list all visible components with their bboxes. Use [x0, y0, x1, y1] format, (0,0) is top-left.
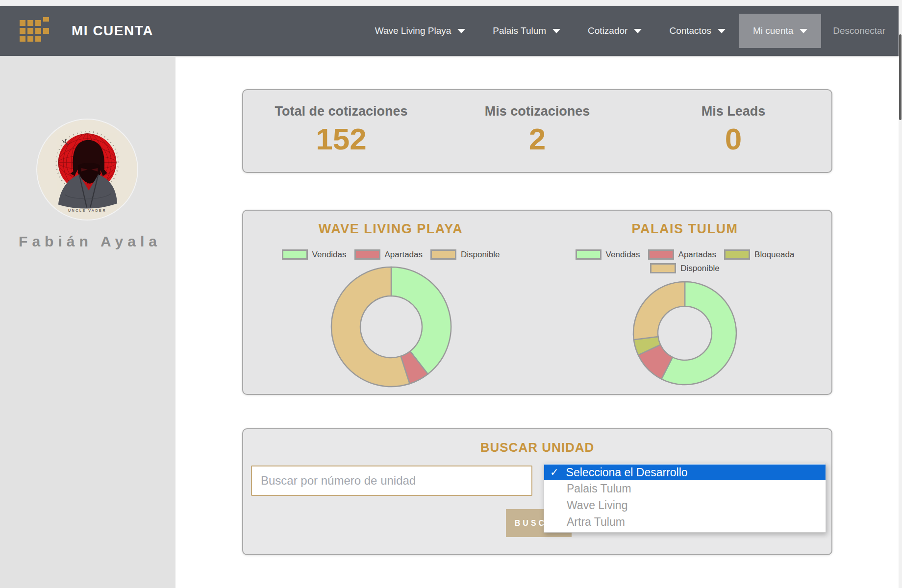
top-navbar: MI CUENTA Wave Living PlayaPalais TulumC…	[0, 6, 902, 56]
donut-slice-disponible	[633, 282, 685, 340]
donut-chart	[243, 211, 538, 394]
nav-item-label: Palais Tulum	[493, 25, 546, 36]
stat-label: Mis Leads	[635, 104, 831, 119]
search-unit-card: BUSCAR UNIDAD BUSCAR ✓Selecciona el Desa…	[242, 428, 832, 555]
stat-label: Mis cotizaciones	[439, 104, 635, 119]
nav-item-wave-living-playa[interactable]: Wave Living Playa	[361, 14, 479, 48]
nav-item-label: Cotizador	[588, 25, 627, 36]
chevron-down-icon	[634, 29, 642, 33]
dropdown-option-label: Palais Tulum	[567, 482, 631, 495]
app-title: MI CUENTA	[72, 23, 153, 39]
stats-card: Total de cotizaciones152Mis cotizaciones…	[242, 89, 832, 173]
avatar-illustration: UNCLE VADER	[37, 120, 137, 220]
charts-card: WAVE LIVING PLAYA VendidasApartadasDispo…	[242, 210, 832, 395]
avatar-caption: UNCLE VADER	[68, 209, 106, 213]
app-logo-grid-icon	[20, 20, 49, 42]
nav-item-contactos[interactable]: Contactos	[655, 14, 739, 48]
stat-total-de-cotizaciones: Total de cotizaciones152	[243, 90, 439, 172]
chart-wave-living-playa: WAVE LIVING PLAYA VendidasApartadasDispo…	[243, 211, 538, 394]
stat-value: 0	[635, 124, 831, 154]
development-select-dropdown[interactable]: ✓Selecciona el DesarrolloPalais TulumWav…	[544, 463, 826, 533]
chevron-down-icon	[800, 29, 807, 33]
dropdown-option-label: Artra Tulum	[567, 515, 625, 529]
page: MI CUENTA Wave Living PlayaPalais TulumC…	[0, 0, 902, 588]
scrollbar-thumb[interactable]	[899, 34, 902, 120]
nav-item-label: Wave Living Playa	[375, 25, 451, 36]
scrollbar-track[interactable]	[899, 0, 902, 588]
donut-chart	[537, 211, 832, 394]
nav-item-mi-cuenta[interactable]: Mi cuenta	[739, 14, 821, 48]
top-strip	[0, 0, 902, 6]
nav-item-label: Mi cuenta	[753, 25, 793, 36]
navbar-items: Wave Living PlayaPalais TulumCotizadorCo…	[361, 6, 822, 56]
dropdown-option-selecciona-el-desarrollo[interactable]: ✓Selecciona el Desarrollo	[544, 465, 826, 480]
logout-link[interactable]: Desconectar	[821, 25, 889, 36]
unit-search-input[interactable]	[251, 466, 532, 496]
dropdown-option-label: Wave Living	[567, 499, 627, 512]
sidebar: UNCLE VADER Fabián Ayala	[0, 56, 175, 588]
stat-label: Total de cotizaciones	[243, 104, 439, 119]
chevron-down-icon	[552, 29, 560, 33]
dropdown-option-artra-tulum[interactable]: Artra Tulum	[544, 514, 826, 530]
chart-palais-tulum: PALAIS TULUM VendidasApartadasBloqueadaD…	[537, 211, 832, 394]
chevron-down-icon	[718, 29, 726, 33]
stat-mis-cotizaciones: Mis cotizaciones2	[439, 90, 635, 172]
stat-value: 2	[439, 124, 635, 154]
stat-mis-leads: Mis Leads0	[635, 90, 831, 172]
stat-value: 152	[243, 124, 439, 154]
nav-item-palais-tulum[interactable]: Palais Tulum	[479, 14, 574, 48]
nav-item-cotizador[interactable]: Cotizador	[574, 14, 655, 48]
nav-item-label: Contactos	[669, 25, 711, 36]
avatar: UNCLE VADER	[37, 120, 137, 220]
dropdown-option-wave-living[interactable]: Wave Living	[544, 497, 826, 514]
user-name: Fabián Ayala	[0, 233, 175, 250]
search-card-title: BUSCAR UNIDAD	[243, 440, 831, 455]
check-icon: ✓	[550, 466, 559, 478]
dropdown-option-label: Selecciona el Desarrollo	[566, 466, 688, 479]
dropdown-option-palais-tulum[interactable]: Palais Tulum	[544, 480, 826, 497]
chevron-down-icon	[457, 29, 465, 33]
